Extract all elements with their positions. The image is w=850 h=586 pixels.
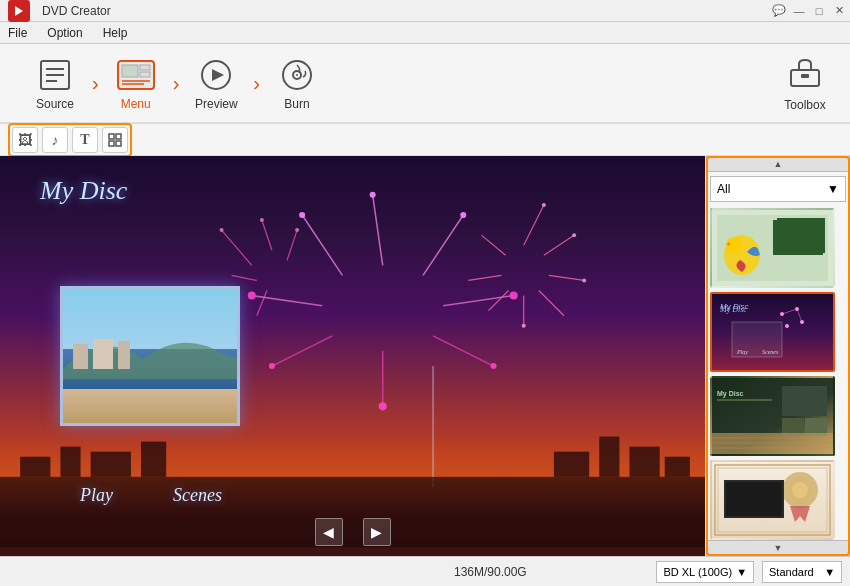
menu-labels: Play Scenes [80, 485, 222, 506]
status-size: 136M/90.00G [332, 565, 648, 579]
menu-option[interactable]: Option [43, 24, 86, 42]
svg-line-52 [262, 220, 272, 250]
text-button[interactable]: T [72, 127, 98, 153]
svg-point-37 [248, 292, 256, 300]
svg-text:My Disc: My Disc [717, 390, 744, 398]
burn-label: Burn [284, 97, 309, 111]
svg-rect-110 [726, 482, 782, 516]
svg-rect-78 [780, 221, 822, 250]
svg-rect-71 [63, 389, 240, 426]
preview-background: My Disc [0, 156, 705, 556]
toolbar-arrow-1: › [92, 72, 99, 95]
sub-toolbar: 🖼 ♪ T [0, 124, 850, 156]
scroll-down-button[interactable]: ▼ [706, 540, 850, 556]
status-bar: 136M/90.00G BD XL (100G) ▼ Standard ▼ [0, 556, 850, 586]
dropdown-value: All [717, 182, 730, 196]
svg-point-108 [792, 482, 808, 498]
toolbar-arrow-2: › [173, 72, 180, 95]
menu-label: Menu [121, 97, 151, 111]
svg-rect-7 [140, 65, 150, 70]
toolbar-menu[interactable]: Menu [91, 48, 181, 118]
svg-point-38 [299, 212, 305, 218]
play-label[interactable]: Play [80, 485, 113, 506]
menu-help[interactable]: Help [99, 24, 132, 42]
svg-point-35 [379, 402, 387, 410]
template-item-1[interactable] [710, 208, 835, 288]
svg-line-28 [272, 336, 332, 366]
svg-rect-17 [801, 74, 809, 78]
scroll-up-button[interactable]: ▲ [706, 156, 850, 172]
svg-point-58 [295, 228, 299, 232]
preview-label: Preview [195, 97, 238, 111]
media-type-group: 🖼 ♪ T [8, 123, 132, 157]
svg-rect-99 [712, 433, 833, 454]
svg-point-50 [522, 324, 526, 328]
svg-point-49 [582, 278, 586, 282]
disc-title: My Disc [40, 176, 127, 206]
toolbar-source[interactable]: Source [10, 48, 100, 118]
svg-line-29 [252, 296, 322, 306]
image-button[interactable]: 🖼 [12, 127, 38, 153]
toolbar-burn[interactable]: Burn [252, 48, 342, 118]
quality-dropdown[interactable]: Standard ▼ [762, 561, 842, 583]
svg-rect-94 [782, 386, 827, 416]
dropdown-arrow-icon: ▼ [827, 182, 839, 196]
svg-line-26 [433, 336, 493, 366]
template-item-3[interactable]: My Disc [710, 376, 835, 456]
svg-rect-18 [109, 134, 114, 139]
source-icon [35, 55, 75, 95]
maximize-icon[interactable]: □ [812, 4, 826, 18]
svg-rect-74 [118, 341, 130, 369]
next-button[interactable]: ▶ [363, 518, 391, 546]
window-controls: 💬 — □ ✕ [772, 4, 846, 18]
template-filter-dropdown[interactable]: All ▼ [710, 176, 846, 202]
quality-arrow-icon: ▼ [824, 566, 835, 578]
svg-line-46 [481, 235, 505, 255]
quality-value: Standard [769, 566, 814, 578]
svg-rect-19 [116, 134, 121, 139]
svg-line-30 [302, 215, 342, 275]
menu-bar: File Option Help [0, 22, 850, 44]
svg-line-55 [257, 291, 267, 316]
disc-type-value: BD XL (100G) [663, 566, 732, 578]
svg-rect-6 [122, 65, 138, 77]
source-label: Source [36, 97, 74, 111]
svg-line-45 [468, 275, 501, 280]
svg-point-47 [542, 203, 546, 207]
prev-button[interactable]: ◀ [315, 518, 343, 546]
right-panel: ▲ All ▼ [705, 156, 850, 556]
app-logo [8, 0, 30, 22]
svg-point-48 [572, 233, 576, 237]
svg-rect-73 [93, 339, 113, 369]
video-thumbnail[interactable] [60, 286, 240, 426]
svg-rect-20 [109, 141, 114, 146]
svg-line-54 [232, 275, 257, 280]
svg-point-56 [220, 228, 224, 232]
close-icon[interactable]: ✕ [832, 4, 846, 18]
svg-rect-21 [116, 141, 121, 146]
template-item-4[interactable] [710, 460, 835, 540]
svg-point-34 [490, 363, 496, 369]
svg-line-25 [443, 296, 514, 306]
svg-text:Play: Play [736, 349, 748, 355]
toolbar-arrow-3: › [253, 72, 260, 95]
chat-icon[interactable]: 💬 [772, 4, 786, 18]
music-button[interactable]: ♪ [42, 127, 68, 153]
disc-type-dropdown[interactable]: BD XL (100G) ▼ [656, 561, 754, 583]
template-preview-3: My Disc [712, 378, 833, 454]
toolbar-preview[interactable]: Preview [171, 48, 261, 118]
title-bar: DVD Creator 💬 — □ ✕ [0, 0, 850, 22]
svg-line-53 [287, 230, 297, 260]
menu-file[interactable]: File [4, 24, 31, 42]
svg-marker-0 [15, 6, 23, 16]
toolbar-toolbox[interactable]: Toolbox [770, 48, 840, 118]
svg-line-51 [222, 230, 252, 265]
scenes-label[interactable]: Scenes [173, 485, 222, 506]
svg-marker-12 [212, 69, 224, 81]
grid-button[interactable] [102, 127, 128, 153]
toolbox-label: Toolbox [784, 98, 825, 112]
minimize-icon[interactable]: — [792, 4, 806, 18]
preview-canvas: My Disc [0, 156, 705, 556]
template-item-2[interactable]: My Disc Play Scenes [710, 292, 835, 372]
svg-line-39 [524, 205, 544, 245]
